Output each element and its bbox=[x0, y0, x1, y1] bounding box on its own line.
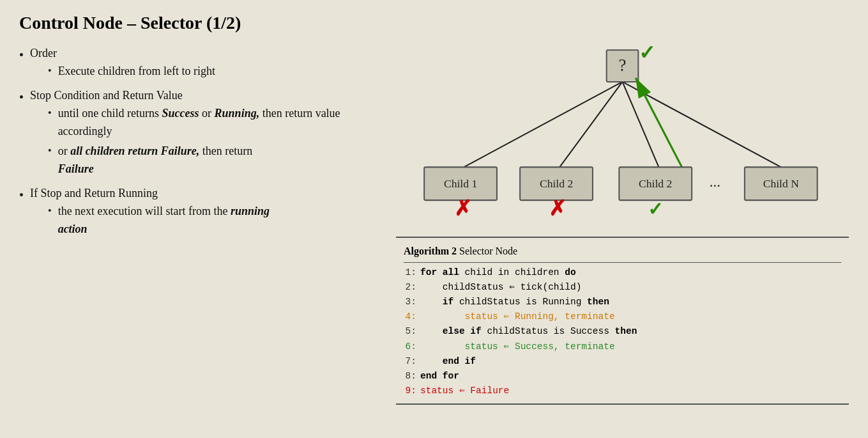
text-failure: Failure bbox=[58, 162, 94, 175]
svg-text:✓: ✓ bbox=[648, 199, 663, 219]
sub-dot: • bbox=[48, 64, 52, 78]
algo-line-3: 3: if childStatus is Running then bbox=[404, 295, 841, 309]
algo-line-5: 5: else if childStatus is Success then bbox=[404, 324, 841, 339]
algo-title: Algorithm 2 Selector Node bbox=[404, 243, 841, 263]
line-num-3: 3: bbox=[404, 295, 416, 309]
svg-text:?: ? bbox=[619, 56, 627, 75]
left-panel: • Order • Execute children from left to … bbox=[19, 45, 377, 425]
algo-line-4: 4: status ⇐ Running, terminate bbox=[404, 309, 841, 324]
algo-line-7: 7: end if bbox=[404, 354, 841, 369]
text-or: or bbox=[199, 107, 215, 120]
svg-line-7 bbox=[636, 78, 681, 168]
svg-line-3 bbox=[623, 82, 781, 167]
line-num-4: 4: bbox=[404, 309, 416, 324]
text-or: or bbox=[58, 145, 71, 157]
line-num-6: 6: bbox=[404, 340, 416, 354]
algo-code-8: end for bbox=[420, 369, 459, 384]
sub-dot: • bbox=[48, 144, 52, 158]
svg-text:Child 1: Child 1 bbox=[444, 177, 477, 190]
tree-diagram: ? ✓ Child 1 ✗ Child 2 bbox=[396, 45, 849, 237]
tree-svg: ? ✓ Child 1 ✗ Child 2 bbox=[396, 45, 849, 237]
algo-line-2: 2: childStatus ⇐ tick(child) bbox=[404, 280, 841, 295]
algo-code-3: if childStatus is Running then bbox=[420, 295, 609, 309]
svg-text:Child 2: Child 2 bbox=[639, 177, 672, 190]
bullet-if-stop-child1: • the next execution will start from the… bbox=[48, 203, 270, 239]
algo-line-1: 1: for all child in children do bbox=[404, 265, 841, 280]
line-num-8: 8: bbox=[404, 369, 416, 384]
text-running: Running, bbox=[215, 107, 260, 120]
algorithm-box: Algorithm 2 Selector Node 1: for all chi… bbox=[396, 237, 849, 405]
bullet-dot: • bbox=[19, 46, 24, 64]
svg-text:···: ··· bbox=[710, 178, 720, 194]
bullet-order-text: Order bbox=[30, 47, 57, 59]
svg-line-0 bbox=[464, 82, 622, 167]
svg-line-1 bbox=[560, 82, 622, 167]
bullet-if-stop: • If Stop and Return Running • the next … bbox=[19, 185, 377, 241]
algo-line-8: 8: end for bbox=[404, 369, 841, 384]
bullet-stop-child1: • until one child returns Success or Run… bbox=[48, 105, 377, 141]
text-until: until one child returns bbox=[58, 107, 162, 120]
svg-text:✓: ✓ bbox=[639, 45, 655, 64]
bullet-if-stop-text: If Stop and Return Running bbox=[30, 187, 158, 199]
svg-line-2 bbox=[623, 82, 659, 167]
svg-text:✗: ✗ bbox=[549, 197, 567, 220]
content-area: • Order • Execute children from left to … bbox=[19, 45, 849, 425]
sub-dot: • bbox=[48, 204, 52, 218]
algo-code-9: status ⇐ Failure bbox=[420, 384, 509, 398]
line-num-7: 7: bbox=[404, 354, 416, 369]
svg-text:Child N: Child N bbox=[763, 177, 799, 190]
algo-name: Selector Node bbox=[459, 246, 517, 256]
bullet-stop-text: Stop Condition and Return Value bbox=[30, 89, 183, 102]
algo-code-6: status ⇐ Success, terminate bbox=[420, 340, 615, 354]
line-num-5: 5: bbox=[404, 324, 416, 339]
text-success: Success bbox=[162, 107, 199, 120]
bullet-stop-child2: • or all children return Failure, then r… bbox=[48, 143, 377, 178]
text-all-children: all children return Failure, bbox=[70, 145, 199, 157]
line-num-9: 9: bbox=[404, 384, 416, 398]
algo-line-9: 9: status ⇐ Failure bbox=[404, 384, 841, 398]
sub-dot: • bbox=[48, 106, 52, 120]
algo-line-6: 6: status ⇐ Success, terminate bbox=[404, 340, 841, 354]
algo-code-2: childStatus ⇐ tick(child) bbox=[420, 280, 581, 295]
algo-code-7: end if bbox=[420, 354, 476, 369]
algo-code-1: for all child in children do bbox=[420, 265, 576, 280]
page-title: Control Node – Selector (1/2) bbox=[19, 13, 849, 33]
bullet-order-child1: • Execute children from left to right bbox=[48, 63, 215, 81]
line-num-1: 1: bbox=[404, 265, 416, 280]
text-next-exec: the next execution will start from the bbox=[58, 205, 231, 217]
algo-num: Algorithm 2 bbox=[404, 246, 457, 256]
svg-text:✗: ✗ bbox=[454, 197, 472, 220]
bullet-order: • Order • Execute children from left to … bbox=[19, 45, 377, 83]
algo-code-5: else if childStatus is Success then bbox=[420, 324, 637, 339]
text-then-return2: then return bbox=[199, 145, 252, 157]
bullet-dot: • bbox=[19, 88, 24, 106]
svg-text:Child 2: Child 2 bbox=[540, 177, 573, 190]
line-num-2: 2: bbox=[404, 280, 416, 295]
bullet-order-child1-text: Execute children from left to right bbox=[58, 63, 215, 81]
algo-code-4: status ⇐ Running, terminate bbox=[420, 309, 615, 324]
bullet-dot: • bbox=[19, 186, 24, 204]
right-panel: ? ✓ Child 1 ✗ Child 2 bbox=[390, 45, 849, 425]
bullet-stop-condition: • Stop Condition and Return Value • unti… bbox=[19, 87, 377, 181]
